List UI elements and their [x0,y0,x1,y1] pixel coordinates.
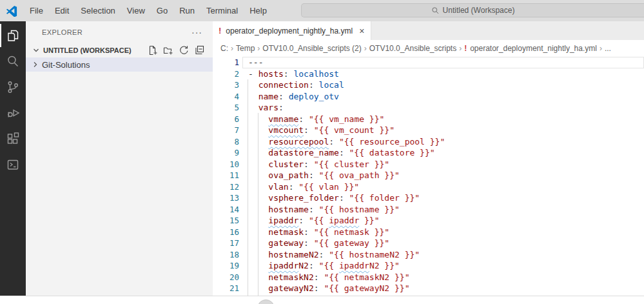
run-debug-icon[interactable] [0,100,26,126]
vscode-logo-icon[interactable] [6,5,17,17]
code-line[interactable]: 20 netmaskN2: "{{ netmaskN2 }}" [213,272,644,283]
menu-item-file[interactable]: File [24,0,49,21]
code-line-text: connection: local [248,80,344,90]
line-number: 1 [213,57,239,67]
code-line[interactable]: 7 vmcount: "{{ vm_count }}" [213,125,644,136]
extensions-icon[interactable] [0,126,26,152]
code-line[interactable]: 2- hosts: localhost [213,68,644,80]
code-line-text: resourcepool: "{{ resource_pool }}" [248,137,445,147]
menu-item-view[interactable]: View [121,0,151,21]
code-line-text: name: deploy_otv [248,92,339,101]
code-line-text: ipaddrN2: "{{ ipaddrN2 }}" [248,261,400,270]
code-line[interactable]: 11 ova_path: "{{ ova_path }}" [213,170,644,181]
refresh-icon[interactable] [179,45,189,56]
code-line[interactable]: 6 vmname: "{{ vm_name }}" [213,114,644,125]
line-number: 4 [213,92,239,101]
explorer-icon[interactable] [0,23,26,48]
collapse-all-icon[interactable] [194,45,204,56]
search-view-icon[interactable] [0,48,26,74]
breadcrumb-item[interactable]: C: [220,44,228,53]
line-number: 19 [213,261,239,270]
code-line[interactable]: 19 ipaddrN2: "{{ ipaddrN2 }}" [213,260,644,272]
breadcrumb-item[interactable]: ... [605,44,611,53]
breadcrumb-item[interactable]: OTV10.0_Ansible_scripts [369,44,456,53]
activity-bar [0,21,26,296]
code-line[interactable]: 3 connection: local [213,79,644,91]
new-folder-icon[interactable] [163,45,173,56]
code-line-text: - hosts: localhost [248,69,339,79]
code-line-text: ova_path: "{{ ova_path }}" [248,170,400,180]
partial-circle-decoration [257,299,275,304]
title-bar: FileEditSelectionViewGoRunTerminalHelp ←… [0,0,644,21]
code-line-text: vsphere_folder: "{{ folder }}" [248,193,420,203]
code-line[interactable]: 16 netmask: "{{ netmask }}" [213,227,644,238]
yaml-file-icon: ! [464,44,467,53]
breadcrumb-separator-icon: › [459,44,462,53]
menu-item-run[interactable]: Run [173,0,200,21]
line-number: 5 [213,103,239,112]
code-line[interactable]: 15 ipaddr: "{{ ipaddr }}" [213,215,644,227]
code-line-text: hostnameN2: "{{ hostnameN2 }}" [248,250,420,259]
code-line[interactable]: 14 hostname: "{{ hostname }}" [213,204,644,216]
tree-item-git-solutions[interactable]: Git-Solutions [26,57,213,72]
menu-item-help[interactable]: Help [244,0,273,21]
menu-item-selection[interactable]: Selection [75,0,121,21]
line-number: 21 [213,283,239,293]
code-line-text: vlan: "{{ vlan }}" [248,182,359,192]
code-line[interactable]: 17 gateway: "{{ gateway }}" [213,238,644,249]
command-center-search[interactable]: Untitled (Workspace) [301,3,644,17]
source-control-icon[interactable] [0,74,26,100]
code-editor[interactable]: 1---2- hosts: localhost3 connection: loc… [213,57,644,296]
line-number: 20 [213,272,239,282]
line-number: 10 [213,159,239,169]
menu-bar: FileEditSelectionViewGoRunTerminalHelp [24,0,273,21]
menu-item-terminal[interactable]: Terminal [200,0,244,21]
close-icon[interactable]: × [359,26,364,35]
page-background [0,297,644,304]
breadcrumb-item[interactable]: !operator_deployment_nightly_ha.yml [464,44,597,53]
explorer-sidebar: EXPLORER ··· UNTITLED (WORKSPACE) [26,21,213,296]
vscode-window: FileEditSelectionViewGoRunTerminalHelp ←… [0,0,644,304]
code-line-text: gatewayN2: "{{ gatewayN2 }}" [248,283,409,293]
tab-operator-deployment[interactable]: ! operator_deployment_nightly_ha.yml × [213,21,371,40]
breadcrumb: C:›Temp›OTV10.0_Ansible_scripts (2)›OTV1… [213,40,644,57]
chevron-down-icon [31,45,41,56]
new-file-icon[interactable] [148,45,158,56]
workspace-section-header[interactable]: UNTITLED (WORKSPACE) [26,43,213,57]
code-line-text: --- [248,57,263,67]
code-line[interactable]: 5 vars: [213,102,644,114]
code-line-text: vmname: "{{ vm_name }}" [248,114,384,124]
tree-item-label: Git-Solutions [42,60,90,70]
code-line-text: ipaddr: "{{ ipaddr }}" [248,216,380,225]
code-line-text: cluster: "{{ cluster }}" [248,159,389,169]
code-line[interactable]: 18 hostnameN2: "{{ hostnameN2 }}" [213,249,644,261]
tab-bar: ! operator_deployment_nightly_ha.yml × [213,21,644,40]
code-line[interactable]: 13 vsphere_folder: "{{ folder }}" [213,192,644,204]
line-number: 18 [213,250,239,259]
code-line[interactable]: 10 cluster: "{{ cluster }}" [213,159,644,170]
line-number: 8 [213,137,239,147]
code-line[interactable]: 8 resourcepool: "{{ resource_pool }}" [213,136,644,148]
menu-item-go[interactable]: Go [151,0,173,21]
line-number: 16 [213,227,239,237]
breadcrumb-item[interactable]: OTV10.0_Ansible_scripts (2) [262,44,361,53]
code-line[interactable]: 4 name: deploy_otv [213,91,644,103]
editor-group: ! operator_deployment_nightly_ha.yml × C… [213,21,644,296]
line-number: 3 [213,80,239,90]
line-number: 2 [213,69,239,79]
code-line[interactable]: 1--- [213,57,644,68]
code-line-text: gateway: "{{ gateway }}" [248,238,389,248]
breadcrumb-item[interactable]: Temp [236,44,255,53]
code-line[interactable]: 9 datastore_name: "{{ datastore }}" [213,147,644,159]
tab-label: operator_deployment_nightly_ha.yml [226,26,353,35]
command-center-label: Untitled (Workspace) [443,6,515,15]
more-actions-icon[interactable]: ··· [191,27,202,37]
code-line[interactable]: 21 gatewayN2: "{{ gatewayN2 }}" [213,283,644,294]
code-line-text: datastore_name: "{{ datastore }}" [248,148,435,157]
terminal-view-icon[interactable] [0,152,26,177]
menu-item-edit[interactable]: Edit [49,0,75,21]
line-number: 12 [213,182,239,192]
breadcrumb-separator-icon: › [364,44,367,53]
line-number: 6 [213,114,239,124]
code-line[interactable]: 12 vlan: "{{ vlan }}" [213,181,644,193]
